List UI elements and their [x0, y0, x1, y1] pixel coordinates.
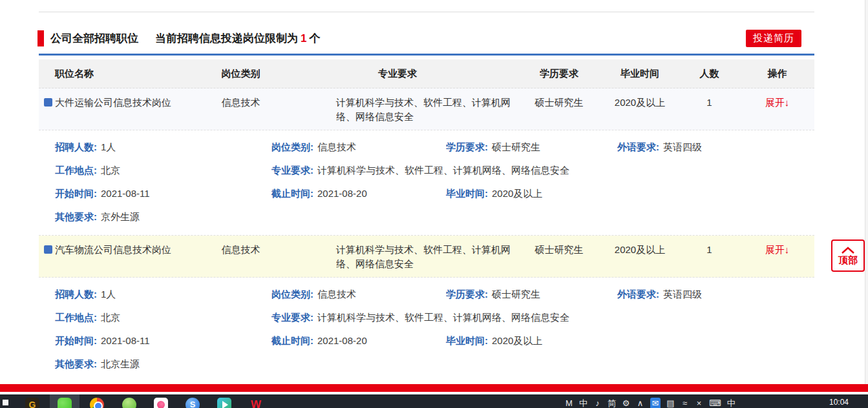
job-details-2: 招聘人数:1人 岗位类别:信息技术 学历要求:硕士研究生 外语要求:英语四级 工… [39, 278, 814, 382]
start-button-icon[interactable] [3, 400, 8, 405]
taskbar-app-sogou[interactable]: S [178, 394, 207, 408]
other-label: 其他要求: [55, 358, 97, 369]
job-title: 汽车物流公司信息技术岗位 [55, 243, 171, 271]
scrollbar[interactable] [865, 0, 868, 384]
top-divider [39, 12, 814, 12]
col-header-count: 人数 [679, 59, 740, 88]
back-to-top-button[interactable]: 顶部 [831, 240, 865, 272]
taskbar-app-media[interactable] [209, 394, 239, 408]
start-label: 开始时间: [55, 188, 97, 199]
section-title: 公司全部招聘职位 [50, 31, 138, 46]
end-value: 2021-08-20 [317, 188, 367, 199]
other-value: 北京生源 [101, 358, 140, 369]
job-checkbox[interactable] [44, 98, 52, 107]
green-app-icon [122, 398, 136, 408]
media-player-icon [217, 398, 231, 408]
education-label: 学历要求: [446, 289, 488, 300]
job-count: 1 [679, 243, 740, 271]
major-value: 计算机科学与技术、软件工程、计算机网络、网络信息安全 [317, 165, 569, 176]
col-header-action: 操作 [740, 59, 814, 88]
job-category: 信息技术 [204, 243, 278, 271]
taskbar-app-green[interactable] [114, 394, 144, 408]
start-value: 2021-08-11 [101, 335, 150, 346]
page-footer-red-bar [0, 384, 868, 392]
table-row-job-1: 大件运输公司信息技术岗位 信息技术 计算机科学与技术、软件工程、计算机网络、网络… [39, 88, 814, 130]
end-value: 2021-08-20 [317, 335, 367, 346]
tray-ime-lang-icon[interactable]: 中 [727, 398, 736, 408]
start-value: 2021-08-11 [101, 188, 150, 199]
tray-keyboard-icon[interactable]: ⌨ [709, 398, 721, 408]
taskbar-app-wechat[interactable] [50, 394, 79, 408]
tray-ime-zh-icon[interactable]: 中 [579, 398, 587, 408]
taskbar: G S W M 中 ♪ 简 ⚙ ∧ ✉ ▤ ≈ × ⌨ 中 10:04 [0, 394, 868, 408]
recruit-value: 1人 [101, 289, 116, 300]
job-checkbox[interactable] [44, 245, 52, 254]
other-value: 京外生源 [101, 211, 140, 222]
location-value: 北京 [101, 165, 120, 176]
graduation-label: 毕业时间: [446, 335, 488, 346]
job-major: 计算机科学与技术、软件工程、计算机网络、网络信息安全 [278, 243, 517, 271]
tray-network-icon[interactable]: ≈ [681, 398, 689, 408]
recruit-value: 1人 [101, 141, 116, 152]
section-underline [39, 54, 814, 56]
tray-m-icon[interactable]: M [565, 398, 573, 408]
page: 公司全部招聘职位 当前招聘信息投递岗位限制为1个 投递简历 职位名称 岗位类别 … [0, 0, 868, 408]
location-value: 北京 [101, 312, 120, 323]
taskbar-app-chrome[interactable] [82, 394, 112, 408]
col-header-category: 岗位类别 [204, 59, 278, 88]
graduation-value: 2020及以上 [492, 335, 542, 346]
graduation-value: 2020及以上 [492, 188, 542, 199]
job-major: 计算机科学与技术、软件工程、计算机网络、网络信息安全 [278, 96, 517, 124]
recruit-label: 招聘人数: [55, 289, 97, 300]
wps-icon: W [249, 398, 263, 408]
category-value: 信息技术 [317, 141, 356, 152]
limit-text: 当前招聘信息投递岗位限制为1个 [155, 31, 320, 46]
taskbar-clock[interactable]: 10:04 [829, 398, 849, 407]
job-education: 硕士研究生 [517, 243, 601, 271]
education-value: 硕士研究生 [492, 141, 540, 152]
language-label: 外语要求: [617, 141, 659, 152]
major-value: 计算机科学与技术、软件工程、计算机网络、网络信息安全 [317, 312, 569, 323]
table-header-row: 职位名称 岗位类别 专业要求 学历要求 毕业时间 人数 操作 [39, 59, 814, 88]
tray-settings-icon[interactable]: ⚙ [622, 398, 630, 408]
location-label: 工作地点: [55, 165, 97, 176]
taskbar-app-goldwave[interactable]: G [17, 394, 47, 408]
tray-clipboard-icon[interactable]: ▤ [666, 398, 675, 408]
limit-count: 1 [298, 32, 309, 45]
submit-resume-button[interactable]: 投递简历 [746, 30, 801, 47]
education-value: 硕士研究生 [492, 289, 540, 300]
system-tray: M 中 ♪ 简 ⚙ ∧ ✉ ▤ ≈ × ⌨ 中 [565, 398, 736, 408]
col-header-education: 学历要求 [517, 59, 601, 88]
taskbar-app-wps[interactable]: W [241, 394, 271, 408]
sogou-browser-icon: S [185, 398, 200, 408]
expand-link[interactable]: 展开↓ [765, 243, 790, 271]
language-value: 英语四级 [663, 289, 702, 300]
section-accent-bar [37, 30, 44, 46]
limit-suffix: 个 [309, 32, 320, 45]
tray-mail-icon[interactable]: ✉ [650, 398, 661, 408]
job-category: 信息技术 [204, 96, 278, 124]
category-value: 信息技术 [317, 289, 356, 300]
tray-note-icon[interactable]: ♪ [593, 398, 602, 408]
back-to-top-label: 顶部 [838, 255, 858, 265]
goldwave-app-icon: G [25, 398, 39, 408]
recruit-label: 招聘人数: [55, 141, 97, 152]
end-label: 截止时间: [271, 335, 313, 346]
job-education: 硕士研究生 [517, 96, 601, 124]
col-header-major: 专业要求 [278, 59, 517, 88]
tray-expand-icon[interactable]: ∧ [636, 398, 644, 408]
taskbar-app-photo[interactable] [146, 394, 176, 408]
start-label: 开始时间: [55, 335, 97, 346]
language-label: 外语要求: [617, 289, 659, 300]
tray-volume-muted-icon[interactable]: × [695, 398, 703, 408]
photo-app-icon [154, 398, 168, 408]
graduation-label: 毕业时间: [446, 188, 488, 199]
tray-simplified-icon[interactable]: 简 [608, 398, 616, 408]
education-label: 学历要求: [446, 141, 488, 152]
col-header-title: 职位名称 [39, 59, 204, 88]
major-label: 专业要求: [271, 165, 313, 176]
table-row-job-2: 汽车物流公司信息技术岗位 信息技术 计算机科学与技术、软件工程、计算机网络、网络… [39, 236, 814, 278]
category-label: 岗位类别: [271, 141, 313, 152]
major-label: 专业要求: [271, 312, 313, 323]
expand-link[interactable]: 展开↓ [765, 96, 790, 124]
